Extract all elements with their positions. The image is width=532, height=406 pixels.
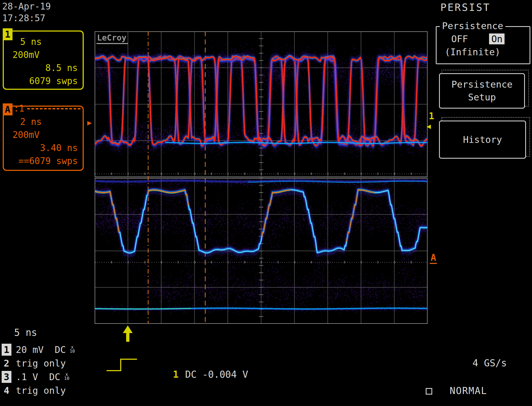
zoom-trace-suffix: :1 xyxy=(14,103,24,114)
trigger-readout: 1DC -0.004 V xyxy=(173,369,248,380)
waveform-grid: LeCroy 1 ◀ A ▶ xyxy=(95,31,428,324)
channel1-timebase: 5 ns xyxy=(9,35,79,48)
channel-4-readout: 4 trig only xyxy=(2,384,66,397)
menu-title: PERSIST xyxy=(440,2,490,13)
trigger-mode-checkbox xyxy=(426,388,432,395)
trigger-edge-icon xyxy=(107,359,137,371)
persistence-group-title: Persistence xyxy=(440,20,505,31)
persistence-on-option[interactable]: On xyxy=(489,33,505,44)
trigger-level-arrow-icon: ◀ xyxy=(427,122,431,130)
channel-1-readout: 1 20 mV DC x10 xyxy=(2,343,75,356)
channel-4-settings: trig only xyxy=(16,385,66,396)
trigger-level-marker: 1 xyxy=(429,110,434,121)
channel1-sweeps: 6079 swps xyxy=(9,75,79,88)
zoom-delay: 3.40 ns xyxy=(9,142,79,155)
channel-1-probe-icon: x10 xyxy=(70,345,75,353)
trigger-source: 1 xyxy=(173,369,179,380)
channel-2-readout: 2 trig only xyxy=(2,357,66,370)
zoom-trace-badge: A xyxy=(3,103,13,115)
zoom-trace-marker: A xyxy=(430,252,437,264)
channel-3-readout: 3 .1 V DC x10 xyxy=(2,371,69,383)
channel1-volts-div: 200mV xyxy=(9,48,79,61)
persistence-group: Persistence OFF On (Infinite) xyxy=(436,26,530,64)
channel-1-number: 1 xyxy=(2,344,11,356)
sample-rate: 4 GS/s xyxy=(472,358,507,368)
channel-4-number: 4 xyxy=(2,385,11,396)
history-button-shadow: History xyxy=(441,117,530,157)
trigger-position-arrow-icon xyxy=(122,325,133,343)
datetime: 28-Apr-19 17:28:57 xyxy=(2,1,51,24)
zoom-trace-info-box: A :1 2 ns 200mV 3.40 ns ==6079 swps xyxy=(3,106,84,171)
persistence-setup-button-shadow: Persistence Setup xyxy=(441,70,529,107)
channel-3-settings: .1 V DC xyxy=(16,371,60,382)
persistence-mode-label: (Infinite) xyxy=(445,47,530,57)
channel-3-number: 3 xyxy=(2,371,11,383)
persistence-off-option[interactable]: OFF xyxy=(451,33,468,44)
zoom-sweeps: ==6079 swps xyxy=(9,155,79,168)
channel1-badge: 1 xyxy=(3,28,13,40)
lecroy-logo: LeCroy xyxy=(97,33,128,44)
dash-divider xyxy=(27,108,80,109)
arrow-stem xyxy=(126,333,129,342)
waveform-display xyxy=(95,31,428,324)
channel-2-number: 2 xyxy=(2,357,11,369)
history-button[interactable]: History xyxy=(439,121,526,159)
date-label: 28-Apr-19 xyxy=(2,1,51,12)
zoom-timebase: 2 ns xyxy=(9,115,79,128)
trigger-point-arrow-icon: ▶ xyxy=(87,118,92,127)
channel1-delay: 8.5 ns xyxy=(9,61,79,75)
timebase-readout: 5 ns xyxy=(14,327,37,338)
channel-1-settings: 20 mV DC xyxy=(16,344,66,355)
channel-3-probe-icon: x10 xyxy=(64,372,69,380)
channel1-info-box: 1 5 ns 200mV 8.5 ns 6079 swps xyxy=(3,30,84,90)
zoom-volts-div: 200mV xyxy=(9,128,79,142)
trigger-level-value: DC -0.004 V xyxy=(185,369,248,380)
channel-2-settings: trig only xyxy=(16,358,66,369)
trigger-mode-label: NORMAL xyxy=(450,385,487,396)
time-label: 17:28:57 xyxy=(2,12,51,24)
arrow-head xyxy=(123,325,133,333)
persistence-setup-button[interactable]: Persistence Setup xyxy=(439,73,525,109)
